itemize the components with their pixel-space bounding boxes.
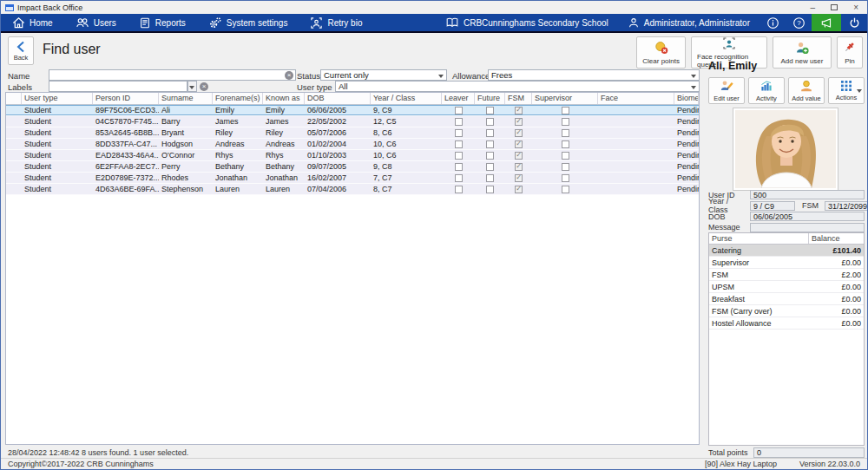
col-user-type[interactable]: User type: [22, 93, 93, 104]
message-field[interactable]: [750, 223, 865, 232]
leaver-checkbox[interactable]: [455, 186, 463, 193]
actions-button[interactable]: Actions: [828, 77, 865, 104]
table-row[interactable]: Student 04C57870-F745... Barry James Jam…: [6, 116, 699, 127]
col-fsm[interactable]: FSM: [505, 93, 532, 104]
dob-field[interactable]: 06/06/2005: [750, 212, 865, 221]
leaver-checkbox[interactable]: [455, 118, 463, 126]
nav-item-users[interactable]: Users: [64, 14, 128, 31]
current-user[interactable]: Administrator, Administrator: [618, 14, 760, 31]
col-dob[interactable]: DOB: [305, 93, 371, 104]
col-face[interactable]: Face: [598, 93, 674, 104]
purse-row[interactable]: UPSM£0.00: [709, 281, 864, 293]
minimize-icon[interactable]: –: [811, 3, 816, 12]
table-row[interactable]: Student 89F75C06-ECD3... Ali Emily Emily…: [6, 105, 699, 116]
usertype-filter-dropdown[interactable]: All: [335, 81, 700, 92]
table-row[interactable]: Student EAD28433-46A4... O'Connor Rhys R…: [6, 150, 699, 161]
labels-filter-input[interactable]: [49, 81, 187, 92]
allowance-filter-dropdown[interactable]: Frees: [488, 69, 700, 81]
supervisor-checkbox[interactable]: [562, 118, 569, 126]
nav-item-system-settings[interactable]: System settings: [197, 14, 299, 31]
col-surname[interactable]: Surname: [159, 93, 213, 104]
table-row[interactable]: Student E2D0789E-7372... Rhodes Jonathan…: [6, 173, 699, 184]
selected-user-name: Ali, Emily: [708, 60, 757, 72]
purse-row[interactable]: Supervisor£0.00: [709, 257, 864, 269]
col-known-as[interactable]: Known as: [263, 93, 305, 104]
fsm-checkbox[interactable]: [515, 140, 523, 148]
future-checkbox[interactable]: [486, 129, 494, 137]
labels-dropdown-button[interactable]: [187, 81, 197, 92]
school-selector[interactable]: CRBCunninghams Secondary School: [436, 14, 618, 31]
leaver-checkbox[interactable]: [455, 129, 463, 137]
supervisor-checkbox[interactable]: [562, 129, 569, 137]
fsm-checkbox[interactable]: [515, 186, 523, 193]
fsm-checkbox[interactable]: [515, 129, 523, 137]
table-row[interactable]: Student 8DD337FA-C47... Hodgson Andreas …: [6, 139, 699, 150]
table-row[interactable]: Student 6E2FFAA8-2EC7... Perry Bethany B…: [6, 161, 699, 173]
edit-user-button[interactable]: Edit user: [708, 77, 745, 104]
future-checkbox[interactable]: [486, 163, 494, 171]
future-checkbox[interactable]: [486, 186, 494, 193]
nav-item-retry-bio[interactable]: Retry bio: [299, 14, 373, 31]
future-checkbox[interactable]: [486, 140, 494, 148]
supervisor-checkbox[interactable]: [562, 140, 569, 148]
future-checkbox[interactable]: [486, 174, 494, 182]
supervisor-checkbox[interactable]: [562, 174, 569, 182]
help-button[interactable]: ?: [786, 14, 812, 31]
year-class-field[interactable]: 9 / C9: [750, 201, 795, 211]
col-year-class[interactable]: Year / Class: [371, 93, 442, 104]
supervisor-checkbox[interactable]: [562, 163, 569, 171]
fsm-checkbox[interactable]: [515, 174, 523, 182]
purse-row[interactable]: FSM (Carry over)£0.00: [709, 305, 864, 317]
add-value-button[interactable]: Add value: [788, 77, 825, 104]
purse-row[interactable]: Hostel Allowance£0.00: [709, 317, 864, 330]
total-points-field[interactable]: 0: [753, 447, 865, 458]
total-points-label: Total points: [708, 448, 753, 457]
col-leaver[interactable]: Leaver: [442, 93, 475, 104]
col-biometric-permission[interactable]: Biometric Permission: [674, 93, 699, 104]
col-future[interactable]: Future: [475, 93, 505, 104]
leaver-checkbox[interactable]: [455, 163, 463, 171]
info-button[interactable]: [760, 14, 786, 31]
leaver-checkbox[interactable]: [455, 152, 463, 160]
table-row[interactable]: Student 853A2645-6B8B... Bryant Riley Ri…: [6, 127, 699, 139]
name-clear-icon[interactable]: ×: [285, 71, 293, 80]
labels-filter-label: Labels: [8, 82, 32, 92]
user-id-field[interactable]: 500: [750, 190, 865, 199]
supervisor-checkbox[interactable]: [562, 152, 569, 160]
table-row[interactable]: Student 4D63A6BE-69FA... Stephenson Laur…: [6, 184, 699, 195]
announcements-button[interactable]: [812, 14, 841, 31]
fsm-checkbox[interactable]: [515, 107, 523, 114]
back-button[interactable]: Back: [8, 36, 34, 65]
status-filter-dropdown[interactable]: Current only: [320, 69, 447, 81]
leaver-checkbox[interactable]: [455, 140, 463, 148]
col-supervisor[interactable]: Supervisor: [532, 93, 598, 104]
purse-row[interactable]: Catering£101.40: [709, 245, 864, 257]
col-forenames[interactable]: Forename(s): [213, 93, 263, 104]
labels-clear-icon[interactable]: ×: [200, 82, 208, 91]
power-button[interactable]: [841, 14, 867, 31]
future-checkbox[interactable]: [486, 107, 494, 114]
activity-button[interactable]: Activity: [748, 77, 785, 104]
nav-item-reports[interactable]: Reports: [128, 14, 197, 31]
clear-points-button[interactable]: Clear points: [636, 36, 686, 69]
name-filter-input[interactable]: [49, 69, 296, 81]
supervisor-checkbox[interactable]: [562, 186, 569, 193]
maximize-icon[interactable]: [831, 4, 838, 10]
leaver-checkbox[interactable]: [455, 107, 463, 114]
close-icon[interactable]: ×: [853, 3, 858, 12]
leaver-checkbox[interactable]: [455, 174, 463, 182]
purse-row[interactable]: FSM£2.00: [709, 269, 864, 281]
fsm-checkbox[interactable]: [515, 152, 523, 160]
fsm-date-field[interactable]: 31/12/2099: [825, 201, 868, 211]
actions-grid-icon: [840, 80, 852, 94]
fsm-checkbox[interactable]: [515, 163, 523, 171]
megaphone-icon: [819, 16, 833, 29]
fsm-checkbox[interactable]: [515, 118, 523, 126]
supervisor-checkbox[interactable]: [562, 107, 569, 114]
nav-item-home[interactable]: Home: [1, 14, 64, 31]
purse-row[interactable]: Breakfast£0.00: [709, 293, 864, 305]
future-checkbox[interactable]: [486, 118, 494, 126]
future-checkbox[interactable]: [486, 152, 494, 160]
col-person-id[interactable]: Person ID: [93, 93, 159, 104]
info-icon: [766, 16, 779, 29]
